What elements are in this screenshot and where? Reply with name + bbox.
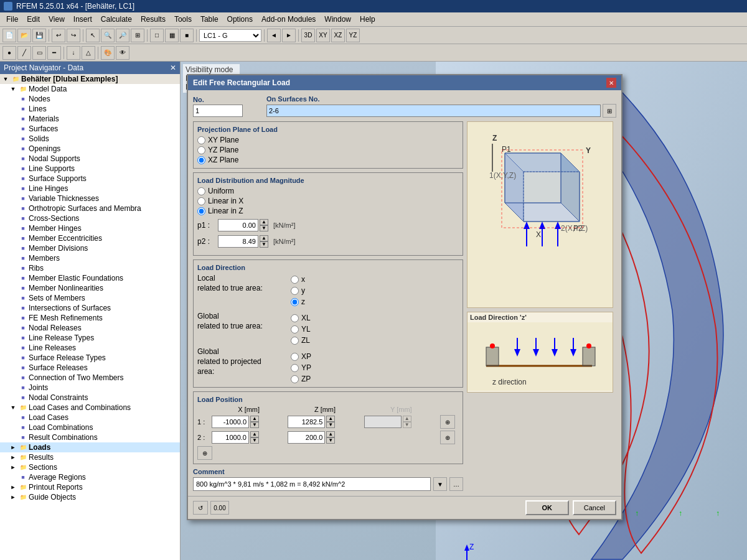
tree-ortho[interactable]: ■ Orthotropic Surfaces and Membra bbox=[0, 203, 180, 213]
radio-y-local[interactable]: y bbox=[291, 286, 311, 295]
tree-members[interactable]: ■ Members bbox=[0, 253, 180, 263]
row2-z-spin-down[interactable]: ▼ bbox=[326, 437, 335, 444]
tb-wire[interactable]: ▦ bbox=[165, 29, 179, 42]
radio-zp[interactable]: ZP bbox=[291, 375, 311, 383]
tb-shaded[interactable]: ■ bbox=[180, 29, 194, 42]
cancel-button[interactable]: Cancel bbox=[573, 500, 616, 515]
tree-guide-objects-folder[interactable]: ► 📁 Guide Objects bbox=[0, 492, 180, 502]
radio-linear-z[interactable]: Linear in Z bbox=[197, 207, 459, 215]
radio-xz-plane[interactable]: XZ Plane bbox=[197, 156, 459, 164]
tree-surfaces[interactable]: ■ Surfaces bbox=[0, 124, 180, 134]
tb-color[interactable]: 🎨 bbox=[101, 46, 115, 60]
radio-xy-plane[interactable]: XY Plane bbox=[197, 136, 459, 144]
tree-line-releases[interactable]: ■ Line Releases bbox=[0, 343, 180, 353]
tree-var-thick[interactable]: ■ Variable Thicknesses bbox=[0, 194, 180, 203]
nav-tree[interactable]: ▼ 📁 Behälter [Dlubal Examples] ▼ 📁 Model… bbox=[0, 74, 180, 560]
tree-surface-supports[interactable]: ■ Surface Supports bbox=[0, 174, 180, 184]
tb-xy[interactable]: XY bbox=[316, 29, 330, 42]
load-combo-select[interactable]: LC1 - G bbox=[199, 29, 261, 42]
radio-x-local-input[interactable] bbox=[291, 276, 299, 284]
radio-yp-input[interactable] bbox=[291, 364, 299, 372]
row1-x-spin-down[interactable]: ▼ bbox=[250, 422, 259, 428]
radio-uniform-input[interactable] bbox=[197, 187, 205, 195]
tree-results-folder[interactable]: ► 📁 Results bbox=[0, 452, 180, 462]
tb-fit[interactable]: ⊞ bbox=[131, 29, 144, 42]
tb-save[interactable]: 💾 bbox=[32, 29, 46, 42]
radio-yz-input[interactable] bbox=[197, 146, 205, 154]
menu-view[interactable]: View bbox=[45, 14, 68, 25]
surfaces-pick-button[interactable]: ⊞ bbox=[603, 104, 616, 118]
row1-x-input[interactable] bbox=[212, 416, 249, 428]
nav-close-icon[interactable]: ✕ bbox=[170, 63, 176, 72]
tree-member-hinges[interactable]: ■ Member Hinges bbox=[0, 223, 180, 233]
comment-btn[interactable]: ▼ bbox=[433, 477, 447, 491]
row1-y-input[interactable] bbox=[364, 416, 402, 428]
tree-result-combinations[interactable]: ■ Result Combinations bbox=[0, 432, 180, 442]
row2-x-input[interactable] bbox=[212, 431, 249, 444]
tree-root[interactable]: ▼ 📁 Behälter [Dlubal Examples] bbox=[0, 74, 180, 84]
tb-xz[interactable]: XZ bbox=[331, 29, 345, 42]
menu-options[interactable]: Options bbox=[223, 14, 256, 25]
radio-linear-x[interactable]: Linear in X bbox=[197, 197, 459, 205]
menu-window[interactable]: Window bbox=[321, 14, 355, 25]
radio-uniform[interactable]: Uniform bbox=[197, 187, 459, 195]
tb-prev[interactable]: ◄ bbox=[267, 29, 281, 42]
radio-zp-input[interactable] bbox=[291, 375, 299, 383]
tree-loads-folder[interactable]: ► 📁 Loads bbox=[0, 442, 180, 452]
tree-line-hinges[interactable]: ■ Line Hinges bbox=[0, 184, 180, 194]
row2-pick-button[interactable]: ⊕ bbox=[440, 431, 455, 444]
row1-pick-button[interactable]: ⊕ bbox=[440, 415, 455, 429]
tree-member-ecc[interactable]: ■ Member Eccentricities bbox=[0, 233, 180, 243]
radio-linear-z-input[interactable] bbox=[197, 207, 205, 215]
radio-yl-input[interactable] bbox=[291, 325, 299, 334]
dialog-close-button[interactable]: ✕ bbox=[606, 78, 616, 88]
row1-y-spin-up[interactable]: ▲ bbox=[403, 416, 411, 422]
surfaces-input[interactable] bbox=[266, 105, 601, 117]
tree-nodal-supports[interactable]: ■ Nodal Supports bbox=[0, 154, 180, 164]
menu-edit[interactable]: Edit bbox=[23, 14, 44, 25]
row1-z-spin-down[interactable]: ▼ bbox=[326, 422, 335, 428]
radio-z-local-input[interactable] bbox=[291, 298, 299, 306]
tree-surface-release-types[interactable]: ■ Surface Release Types bbox=[0, 353, 180, 363]
tb-3d[interactable]: 3D bbox=[301, 29, 315, 42]
row1-y-spin-down[interactable]: ▼ bbox=[403, 422, 411, 428]
radio-yp[interactable]: YP bbox=[291, 363, 311, 372]
tb-display[interactable]: 👁 bbox=[116, 46, 129, 60]
tb-members[interactable]: ━ bbox=[47, 46, 61, 60]
tree-lines[interactable]: ■ Lines bbox=[0, 104, 180, 114]
radio-yz-plane[interactable]: YZ Plane bbox=[197, 146, 459, 154]
tree-average-regions[interactable]: ■ Average Regions bbox=[0, 472, 180, 482]
tb-lines[interactable]: ╱ bbox=[17, 46, 31, 60]
radio-zl[interactable]: ZL bbox=[291, 336, 311, 345]
load-pos-extra-btn[interactable]: ⊕ bbox=[197, 446, 212, 460]
dialog-zero-button[interactable]: 0.00 bbox=[210, 501, 229, 515]
radio-linear-x-input[interactable] bbox=[197, 197, 205, 205]
menu-results[interactable]: Results bbox=[137, 14, 169, 25]
tree-surface-releases[interactable]: ■ Surface Releases bbox=[0, 363, 180, 373]
p2-input[interactable] bbox=[218, 235, 258, 248]
p1-spin-down[interactable]: ▼ bbox=[260, 225, 268, 231]
tree-model-data[interactable]: ▼ 📁 Model Data bbox=[0, 84, 180, 94]
tb-nodes[interactable]: ● bbox=[2, 46, 16, 60]
tb-select[interactable]: ↖ bbox=[86, 29, 100, 42]
radio-y-local-input[interactable] bbox=[291, 287, 299, 295]
tree-joints[interactable]: ■ Joints bbox=[0, 383, 180, 393]
radio-x-local[interactable]: x bbox=[291, 275, 311, 284]
p2-spin-down[interactable]: ▼ bbox=[260, 241, 268, 248]
row2-z-input[interactable] bbox=[288, 431, 325, 444]
tree-nodal-releases[interactable]: ■ Nodal Releases bbox=[0, 323, 180, 333]
tb-render[interactable]: □ bbox=[150, 29, 164, 42]
radio-xp-input[interactable] bbox=[291, 353, 299, 361]
tree-sections-folder[interactable]: ► 📁 Sections bbox=[0, 462, 180, 472]
radio-xy-input[interactable] bbox=[197, 136, 205, 144]
comment-extra-btn[interactable]: … bbox=[449, 477, 463, 491]
ok-button[interactable]: OK bbox=[525, 500, 569, 515]
tb-loads[interactable]: ↓ bbox=[67, 46, 80, 60]
radio-xl-input[interactable] bbox=[291, 314, 299, 322]
radio-xz-input[interactable] bbox=[197, 156, 205, 164]
dialog-reset-button[interactable]: ↺ bbox=[193, 501, 208, 515]
row2-x-spin-down[interactable]: ▼ bbox=[250, 437, 259, 444]
menu-tools[interactable]: Tools bbox=[171, 14, 195, 25]
tree-nodes[interactable]: ■ Nodes bbox=[0, 94, 180, 104]
tb-zoom-out[interactable]: 🔎 bbox=[116, 29, 129, 42]
